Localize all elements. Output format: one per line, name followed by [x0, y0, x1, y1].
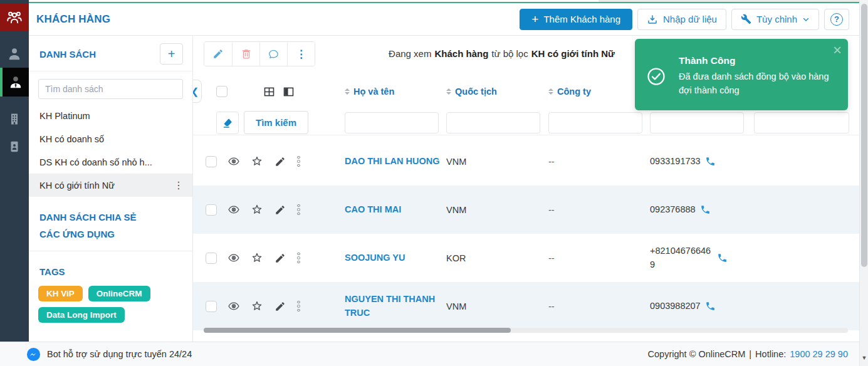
list-item-label: KH có doanh số — [39, 134, 104, 144]
list-search — [38, 79, 183, 99]
view-icon[interactable] — [227, 155, 240, 168]
import-data-button[interactable]: Nhập dữ liệu — [637, 9, 726, 30]
wrench-icon — [741, 14, 751, 24]
phone-cell: 0903988207 — [650, 300, 701, 313]
clear-filters-button[interactable] — [216, 112, 239, 134]
people-group-icon — [5, 9, 24, 26]
edit-row-icon[interactable] — [274, 204, 286, 216]
shared-lists-section[interactable]: DANH SÁCH CHIA SẺ — [29, 206, 192, 222]
column-view-icon[interactable] — [282, 85, 295, 98]
star-icon[interactable] — [251, 252, 263, 264]
rail-item-companies[interactable] — [0, 105, 29, 133]
phone-call-icon[interactable] — [700, 204, 711, 215]
add-list-button[interactable]: + — [160, 43, 183, 65]
column-label: Quốc tịch — [455, 86, 497, 97]
drag-handle[interactable] — [297, 253, 300, 264]
filter-input-extra[interactable] — [754, 112, 849, 133]
page-title: KHÁCH HÀNG — [36, 13, 110, 26]
hotline-label: Hotline: — [755, 349, 786, 359]
vertical-scrollbar[interactable]: ▼ — [859, 0, 868, 366]
view-icon[interactable] — [227, 252, 240, 264]
sort-icon — [548, 88, 553, 95]
customize-label: Tùy chỉnh — [756, 14, 797, 24]
kebab-menu-icon[interactable]: ⋮ — [174, 179, 184, 191]
customer-name-link[interactable]: NGUYEN THI THANH TRUC — [345, 294, 435, 317]
rail-item-customers[interactable] — [0, 68, 29, 97]
phone-cell: 092376888 — [650, 203, 696, 216]
filter-input-phone[interactable] — [650, 112, 744, 133]
add-customer-button[interactable]: + Thêm Khách hàng — [520, 9, 632, 30]
filter-input-nationality[interactable] — [446, 112, 540, 133]
separator: | — [749, 349, 751, 359]
crm-app: KHÁCH HÀNG + Thêm Khách hàng Nhập dữ liệ… — [0, 0, 868, 366]
list-search-input[interactable] — [38, 79, 183, 99]
customer-name-link[interactable]: DAO THI LAN HUONG — [345, 156, 439, 166]
bulk-actions: ⋮ — [204, 41, 315, 66]
app-logo[interactable] — [0, 4, 29, 31]
row-checkbox[interactable] — [206, 204, 217, 216]
grid-view-icon[interactable] — [263, 85, 276, 98]
tag-kh-vip[interactable]: KH ViP — [38, 286, 83, 301]
edit-row-icon[interactable] — [274, 300, 286, 313]
support-bot[interactable]: Bot hỗ trợ sử dụng trực tuyến 24/24 — [26, 347, 192, 362]
list-item-kh-co-doanh-so[interactable]: KH có doanh số — [29, 127, 192, 150]
customer-name-link[interactable]: SOOJUNG YU — [345, 253, 405, 263]
view-icon[interactable] — [227, 300, 240, 313]
edit-row-icon[interactable] — [274, 252, 286, 264]
page-header: KHÁCH HÀNG + Thêm Khách hàng Nhập dữ liệ… — [29, 3, 859, 36]
company-cell: -- — [548, 253, 555, 263]
row-checkbox[interactable] — [206, 156, 217, 167]
star-icon[interactable] — [251, 204, 263, 216]
customize-button[interactable]: Tùy chỉnh — [731, 9, 819, 30]
rail-item-contacts[interactable] — [0, 40, 29, 68]
list-item-ds-kh-doanh-so-nho[interactable]: DS KH có doanh số nhỏ h... — [29, 150, 192, 174]
horizontal-scrollbar-thumb[interactable] — [204, 328, 511, 333]
search-button[interactable]: Tìm kiếm — [244, 111, 308, 134]
drag-handle[interactable] — [297, 204, 300, 216]
tags-section[interactable]: TAGS — [29, 260, 192, 277]
filter-input-company[interactable] — [548, 112, 642, 133]
apps-section[interactable]: CÁC ỨNG DỤNG — [29, 222, 192, 239]
star-icon[interactable] — [251, 300, 263, 313]
viewing-middle: từ bộ lọc — [491, 48, 528, 59]
star-icon[interactable] — [251, 155, 263, 168]
column-label: Họ và tên — [353, 86, 394, 97]
filter-row: Tìm kiếm — [193, 110, 859, 135]
more-actions-button[interactable]: ⋮ — [287, 42, 315, 66]
customer-name-link[interactable]: CAO THI MAI — [345, 204, 401, 214]
column-label: Công ty — [557, 86, 591, 97]
drag-handle[interactable] — [297, 301, 300, 312]
close-icon[interactable]: × — [833, 43, 842, 58]
tag-data-long-import[interactable]: Data Long Import — [38, 307, 125, 323]
list-item-kh-platinum[interactable]: KH Platinum — [29, 104, 192, 127]
phone-call-icon[interactable] — [705, 156, 716, 167]
tag-onlinecrm[interactable]: OnlineCRM — [88, 286, 150, 301]
drag-handle[interactable] — [297, 156, 300, 167]
nationality-cell: KOR — [446, 253, 466, 263]
phone-call-icon[interactable] — [705, 301, 716, 311]
header-actions: + Thêm Khách hàng Nhập dữ liệu Tùy chỉnh — [520, 9, 849, 30]
phone-call-icon[interactable] — [717, 253, 728, 263]
rail-item-leads[interactable] — [0, 133, 29, 160]
delete-button[interactable] — [232, 42, 259, 66]
filter-input-name[interactable] — [345, 112, 439, 133]
column-header-nationality[interactable]: Quốc tịch — [446, 86, 548, 97]
comment-button[interactable] — [259, 42, 287, 66]
table-row: SOOJUNG YU KOR -- +821046766469 — [193, 234, 859, 282]
messenger-icon — [26, 347, 41, 362]
edit-row-icon[interactable] — [274, 155, 286, 168]
column-header-name[interactable]: Họ và tên — [345, 86, 446, 97]
vertical-scrollbar-thumb[interactable] — [861, 4, 867, 267]
scroll-down-arrow[interactable]: ▼ — [860, 355, 868, 361]
add-customer-label: Thêm Khách hàng — [543, 14, 620, 24]
select-all-checkbox[interactable] — [216, 86, 227, 97]
row-checkbox[interactable] — [206, 253, 217, 264]
pencil-icon — [212, 48, 224, 60]
help-button[interactable]: ? — [824, 9, 849, 30]
view-icon[interactable] — [227, 204, 240, 216]
row-checkbox[interactable] — [206, 301, 217, 312]
list-item-kh-gioi-tinh-nu[interactable]: KH có giới tính Nữ ⋮ — [29, 174, 192, 197]
hotline-number[interactable]: 1900 29 29 90 — [790, 349, 848, 359]
edit-button[interactable] — [204, 42, 232, 66]
horizontal-scrollbar[interactable] — [204, 328, 848, 333]
